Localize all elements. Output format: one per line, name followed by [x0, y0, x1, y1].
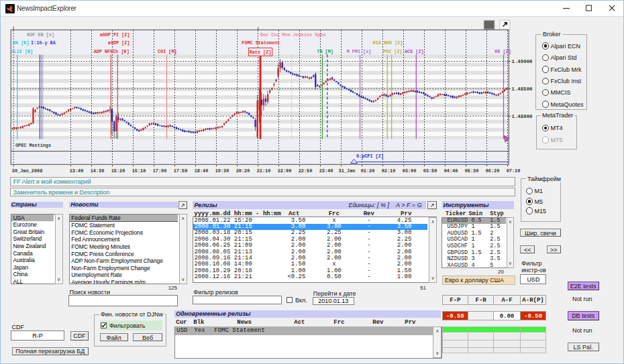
svg-text:03:50: 03:50 — [423, 168, 437, 174]
svg-text:TB [M]: TB [M] — [317, 49, 333, 54]
svg-text:03:00: 03:00 — [403, 168, 417, 174]
svg-text:16:10: 16:10 — [132, 168, 146, 174]
svg-text:COI [M]: COI [M] — [158, 49, 177, 54]
svg-text:20:20: 20:20 — [236, 168, 250, 174]
svg-text:HS [Z]: HS [Z] — [495, 49, 511, 54]
svg-text:PSC [Z]: PSC [Z] — [383, 49, 403, 54]
svg-text:G:pCPI [Z]: G:pCPI [Z] — [356, 154, 384, 159]
svg-text:FOMC Statement: FOMC Statement — [242, 40, 280, 46]
svg-text:22:50: 22:50 — [299, 168, 313, 174]
svg-text:31_Jan: 31_Jan — [339, 168, 356, 174]
svg-text:23:40: 23:40 — [319, 168, 333, 174]
svg-text:18:40: 18:40 — [195, 168, 209, 174]
svg-text:Rate [Z]: Rate [Z] — [250, 50, 272, 55]
svg-text:M PMI [x]: M PMI [x] — [347, 49, 372, 54]
svg-text:01:20: 01:20 — [361, 168, 375, 174]
svg-text:21:10: 21:10 — [257, 168, 271, 174]
svg-text:05:30: 05:30 — [465, 168, 479, 174]
svg-text:I:10-y BA: I:10-y BA — [31, 40, 56, 46]
svg-text:MA [K]: MA [K] — [13, 40, 29, 46]
svg-text:14:30: 14:30 — [91, 168, 105, 174]
svg-text:22:00: 22:00 — [278, 168, 292, 174]
svg-text:ACE [Z]: ACE [Z] — [405, 49, 424, 54]
svg-text:15:20: 15:20 — [111, 168, 125, 174]
svg-text:Gov Cnc Mem Jenkins Spks: Gov Cnc Mem Jenkins Spks — [260, 32, 326, 38]
svg-text:HIA NHS [Z]: HIA NHS [Z] — [373, 40, 403, 46]
svg-text:13:40: 13:40 — [70, 168, 84, 174]
svg-text:1.48500: 1.48500 — [512, 86, 533, 92]
svg-text:aGDP [Z]: aGDP [Z] — [108, 40, 130, 46]
svg-text:ADP NFECh [K]: ADP NFECh [K] — [94, 49, 129, 54]
svg-text:KOF EB [x]: KOF EB [x] — [27, 32, 54, 38]
svg-text:1.48000: 1.48000 — [512, 114, 533, 119]
svg-text:aGDP PI [Z]: aGDP PI [Z] — [100, 32, 130, 38]
svg-text:nL2I [B]: nL2I [B] — [11, 49, 34, 54]
svg-text:06:20: 06:20 — [486, 168, 500, 174]
svg-text:17:50: 17:50 — [174, 168, 188, 174]
svg-text:07:10: 07:10 — [507, 168, 521, 174]
svg-text:02:10: 02:10 — [382, 168, 396, 174]
svg-text:19:30: 19:30 — [215, 168, 229, 174]
svg-text:30_Jan_2008: 30_Jan_2008 — [12, 168, 43, 174]
svg-text:1.49000: 1.49000 — [512, 59, 533, 64]
svg-text:OPEC Meetings: OPEC Meetings — [15, 143, 51, 148]
svg-text:04:40: 04:40 — [444, 168, 458, 174]
svg-text:17:00: 17:00 — [153, 168, 167, 174]
